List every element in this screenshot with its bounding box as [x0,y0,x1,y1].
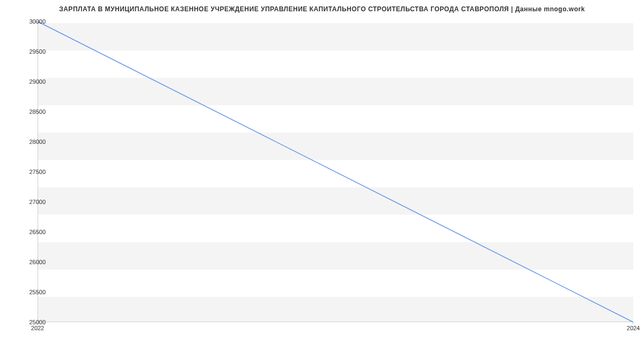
svg-line-0 [38,21,633,322]
chart-title: ЗАРПЛАТА В МУНИЦИПАЛЬНОЕ КАЗЕННОЕ УЧРЕЖД… [0,5,644,13]
y-tick-label: 30000 [29,18,46,25]
x-tick-mark [633,322,633,324]
y-tick-label: 26500 [29,229,46,235]
y-tick-label: 28000 [29,139,46,145]
y-tick-label: 27500 [29,169,46,175]
y-tick-label: 27000 [29,199,46,205]
plot-area: 2022 2024 [38,21,633,322]
y-tick-label: 29500 [29,48,46,55]
x-tick-label: 2024 [627,325,640,331]
y-tick-label: 29000 [29,78,46,85]
y-tick-label: 25500 [29,289,46,295]
y-tick-label: 28500 [29,108,46,115]
chart-line [38,21,633,322]
x-tick-label: 2022 [31,325,44,331]
y-tick-label: 25000 [29,319,46,325]
y-tick-label: 26000 [29,259,46,265]
